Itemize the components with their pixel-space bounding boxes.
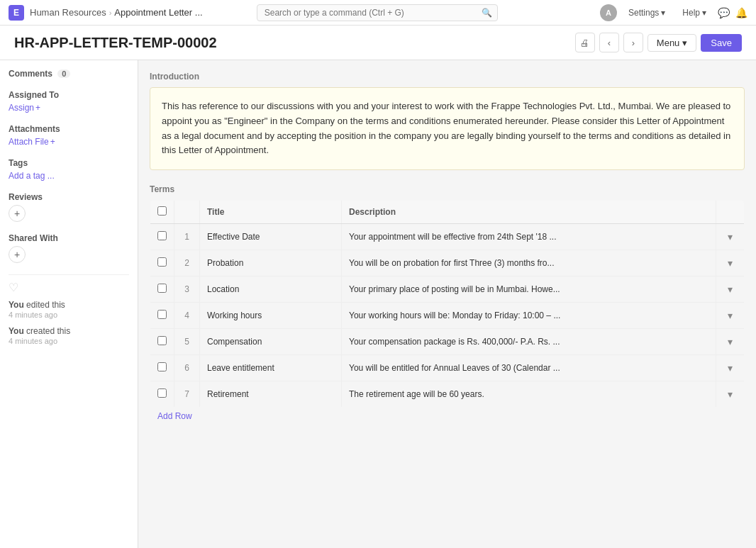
sidebar: Comments 0 Assigned To Assign + Attachme… [0,60,138,548]
comments-count: 0 [57,69,70,78]
row-num: 7 [174,381,200,408]
settings-chevron-icon: ▾ [661,8,665,18]
row-checkbox-cell [150,381,174,408]
terms-table: Title Description 1 Effective Date Your … [150,200,745,426]
row-description: You will be entitled for Annual Leaves o… [342,355,716,381]
row-checkbox[interactable] [157,310,167,319]
table-row: 6 Leave entitlement You will be entitled… [150,355,745,381]
row-num: 1 [174,224,200,250]
chat-icon[interactable]: 💬 [718,7,730,18]
row-description: Your working hours will be: Monday to Fr… [342,303,716,329]
row-expand-cell: ▾ [716,276,745,303]
header-actions: 🖨 ‹ › Menu ▾ Save [575,33,742,52]
expand-button[interactable]: ▾ [723,308,737,323]
sidebar-tags-section: Tags Add a tag ... [9,158,129,181]
expand-button[interactable]: ▾ [723,361,737,375]
add-row-button[interactable]: Add Row [157,411,192,421]
expand-button[interactable]: ▾ [723,335,737,349]
row-checkbox[interactable] [157,388,167,398]
row-expand-cell: ▾ [716,381,745,408]
attachments-label: Attachments [9,124,129,134]
reviews-label: Reviews [9,192,129,202]
table-row: 2 Probation You will be on probation for… [150,250,745,276]
row-title: Location [200,276,342,303]
activity-time-1: 4 minutes ago [9,337,129,345]
row-num: 3 [174,276,200,303]
row-description: You will be on probation for first Three… [342,250,716,276]
row-num: 2 [174,250,200,276]
row-checkbox-cell [150,250,174,276]
row-checkbox[interactable] [157,231,167,240]
sidebar-reviews-section: Reviews + [9,192,129,222]
comments-label: Comments 0 [9,69,129,79]
prev-button[interactable]: ‹ [599,33,619,52]
assign-button[interactable]: Assign + [9,103,129,113]
col-header-title: Title [200,201,342,224]
main-content: Introduction This has reference to our d… [138,60,756,548]
expand-button[interactable]: ▾ [723,256,737,270]
activity-text-0: You edited this [9,300,129,310]
expand-button[interactable]: ▾ [723,230,737,244]
row-checkbox-cell [150,276,174,303]
add-review-button[interactable]: + [9,205,26,222]
table-row: 5 Compensation Your compensation package… [150,329,745,355]
row-title: Leave entitlement [200,355,342,381]
menu-button[interactable]: Menu ▾ [647,34,697,52]
row-description: Your appointment will be effective from … [342,224,716,250]
select-all-checkbox[interactable] [157,206,167,216]
menu-chevron-icon: ▾ [682,38,687,48]
terms-section-title: Terms [150,184,745,194]
tags-label: Tags [9,158,129,168]
row-checkbox-cell [150,329,174,355]
row-checkbox[interactable] [157,336,167,345]
avatar: A [600,4,617,21]
row-checkbox[interactable] [157,257,167,267]
activity-text-1: You created this [9,326,129,336]
breadcrumb-current[interactable]: Appointment Letter ... [114,7,202,18]
sidebar-attachments-section: Attachments Attach File + [9,124,129,147]
introduction-box: This has reference to our discussions wi… [150,87,745,170]
row-description: Your compensation package is Rs. 400,000… [342,329,716,355]
breadcrumb: Human Resources › Appointment Letter ... [30,7,203,18]
page: HR-APP-LETTER-TEMP-00002 🖨 ‹ › Menu ▾ Sa… [0,26,756,548]
row-title: Working hours [200,303,342,329]
row-expand-cell: ▾ [716,224,745,250]
expand-button[interactable]: ▾ [723,387,737,401]
col-header-desc: Description [342,201,716,224]
next-button[interactable]: › [623,33,643,52]
row-checkbox[interactable] [157,362,167,371]
help-label: Help [682,8,700,18]
notification-icon[interactable]: 🔔 [735,7,747,18]
save-button[interactable]: Save [701,34,742,52]
search-icon: 🔍 [482,8,492,18]
nav-search-container: 🔍 [257,4,498,21]
settings-button[interactable]: Settings ▾ [623,6,671,20]
print-button[interactable]: 🖨 [575,33,595,52]
row-checkbox-cell [150,303,174,329]
row-expand-cell: ▾ [716,250,745,276]
add-tag-button[interactable]: Add a tag ... [9,171,129,181]
row-title: Compensation [200,329,342,355]
help-button[interactable]: Help ▾ [677,6,712,20]
table-row: 7 Retirement The retirement age will be … [150,381,745,408]
attach-file-button[interactable]: Attach File + [9,137,129,147]
activity-time-0: 4 minutes ago [9,311,129,319]
row-checkbox[interactable] [157,284,167,293]
row-description: The retirement age will be 60 years. [342,381,716,408]
assigned-to-label: Assigned To [9,90,129,100]
app-icon: E [9,5,24,21]
terms-section: Terms Title Description [150,184,745,426]
row-title: Retirement [200,381,342,408]
page-header: HR-APP-LETTER-TEMP-00002 🖨 ‹ › Menu ▾ Sa… [0,26,756,60]
row-num: 5 [174,329,200,355]
breadcrumb-home[interactable]: Human Resources [30,7,106,18]
table-row: 3 Location Your primary place of posting… [150,276,745,303]
table-row: 1 Effective Date Your appointment will b… [150,224,745,250]
page-title: HR-APP-LETTER-TEMP-00002 [14,35,217,51]
add-shared-button[interactable]: + [9,246,26,263]
expand-button[interactable]: ▾ [723,282,737,296]
nav-right: A Settings ▾ Help ▾ 💬 🔔 [600,4,747,21]
search-input[interactable] [257,4,498,21]
introduction-text: This has reference to our discussions wi… [162,101,730,155]
heart-icon[interactable]: ♡ [9,281,129,294]
